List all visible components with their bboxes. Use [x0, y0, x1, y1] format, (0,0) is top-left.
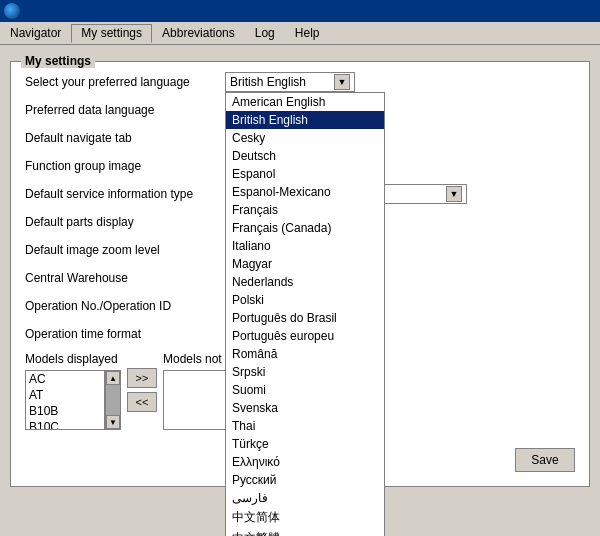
language-selected-value: British English — [230, 75, 306, 89]
model-item-at[interactable]: AT — [26, 387, 104, 403]
model-item-b10c[interactable]: B10C — [26, 419, 104, 430]
main-content: My settings Select your preferred langua… — [0, 45, 600, 497]
lang-option-italiano[interactable]: Italiano — [226, 237, 384, 255]
data-language-label: Preferred data language — [25, 103, 225, 117]
lang-option-suomi[interactable]: Suomi — [226, 381, 384, 399]
lang-option-chinese-simplified[interactable]: 中文简体 — [226, 507, 384, 528]
menu-bar: Navigator My settings Abbreviations Log … — [0, 22, 600, 45]
models-displayed-list-container: AC AT B10B B10C ▲ ▼ — [25, 370, 121, 430]
save-button[interactable]: Save — [515, 448, 575, 472]
models-displayed-group: Models displayed AC AT B10B B10C ▲ ▼ — [25, 352, 121, 430]
lang-option-svenska[interactable]: Svenska — [226, 399, 384, 417]
parts-display-label: Default parts display — [25, 215, 225, 229]
transfer-backward-button[interactable]: << — [127, 392, 157, 412]
lang-option-espanol-mexicano[interactable]: Espanol-Mexicano — [226, 183, 384, 201]
group-box-title: My settings — [21, 54, 95, 68]
scroll-up-button[interactable]: ▲ — [106, 371, 120, 385]
scroll-down-button[interactable]: ▼ — [106, 415, 120, 429]
service-info-arrow-icon: ▼ — [446, 186, 462, 202]
lang-option-nederlands[interactable]: Nederlands — [226, 273, 384, 291]
title-bar — [0, 0, 600, 22]
navigate-tab-label: Default navigate tab — [25, 131, 225, 145]
model-item-b10b[interactable]: B10B — [26, 403, 104, 419]
transfer-forward-button[interactable]: >> — [127, 368, 157, 388]
lang-option-deutsch[interactable]: Deutsch — [226, 147, 384, 165]
lang-option-american-english[interactable]: American English — [226, 93, 384, 111]
model-item-ac[interactable]: AC — [26, 371, 104, 387]
app-icon — [4, 3, 20, 19]
models-displayed-label: Models displayed — [25, 352, 121, 366]
menu-item-log[interactable]: Log — [245, 24, 285, 42]
lang-option-romana[interactable]: Română — [226, 345, 384, 363]
lang-option-portugues-brasil[interactable]: Português do Brasil — [226, 309, 384, 327]
service-info-label: Default service information type — [25, 187, 225, 201]
dropdown-arrow-icon: ▼ — [334, 74, 350, 90]
lang-option-magyar[interactable]: Magyar — [226, 255, 384, 273]
central-warehouse-label: Central Warehouse — [25, 271, 225, 285]
lang-option-polski[interactable]: Polski — [226, 291, 384, 309]
models-displayed-scrollbar: ▲ ▼ — [105, 370, 121, 430]
language-select-wrapper: British English ▼ American English Briti… — [225, 72, 355, 92]
lang-option-chinese-traditional[interactable]: 中文繁體 — [226, 528, 384, 536]
lang-option-francais[interactable]: Français — [226, 201, 384, 219]
operation-time-label: Operation time format — [25, 327, 225, 341]
lang-option-cesky[interactable]: Cesky — [226, 129, 384, 147]
lang-option-srpski[interactable]: Srpski — [226, 363, 384, 381]
lang-option-thai[interactable]: Thai — [226, 417, 384, 435]
operation-id-label: Operation No./Operation ID — [25, 299, 225, 313]
function-image-label: Function group image — [25, 159, 225, 173]
lang-option-turkce[interactable]: Türkçe — [226, 435, 384, 453]
menu-item-navigator[interactable]: Navigator — [0, 24, 71, 42]
preferred-language-label: Select your preferred language — [25, 75, 225, 89]
lang-option-espanol[interactable]: Espanol — [226, 165, 384, 183]
language-dropdown-list[interactable]: American English British English Cesky D… — [225, 92, 385, 536]
settings-group-box: My settings Select your preferred langua… — [10, 61, 590, 487]
image-zoom-label: Default image zoom level — [25, 243, 225, 257]
lang-option-greek[interactable]: Ελληνικό — [226, 453, 384, 471]
preferred-language-row: Select your preferred language British E… — [25, 72, 575, 92]
menu-item-help[interactable]: Help — [285, 24, 330, 42]
language-dropdown-button[interactable]: British English ▼ — [225, 72, 355, 92]
lang-option-portugues-europeu[interactable]: Português europeu — [226, 327, 384, 345]
lang-option-russian[interactable]: Русский — [226, 471, 384, 489]
lang-option-francais-canada[interactable]: Français (Canada) — [226, 219, 384, 237]
lang-option-farsi[interactable]: فارسی — [226, 489, 384, 507]
scroll-track — [106, 385, 120, 415]
menu-item-my-settings[interactable]: My settings — [71, 24, 152, 43]
menu-item-abbreviations[interactable]: Abbreviations — [152, 24, 245, 42]
lang-option-british-english[interactable]: British English — [226, 111, 384, 129]
transfer-buttons: >> << — [127, 368, 157, 416]
models-displayed-list[interactable]: AC AT B10B B10C — [25, 370, 105, 430]
